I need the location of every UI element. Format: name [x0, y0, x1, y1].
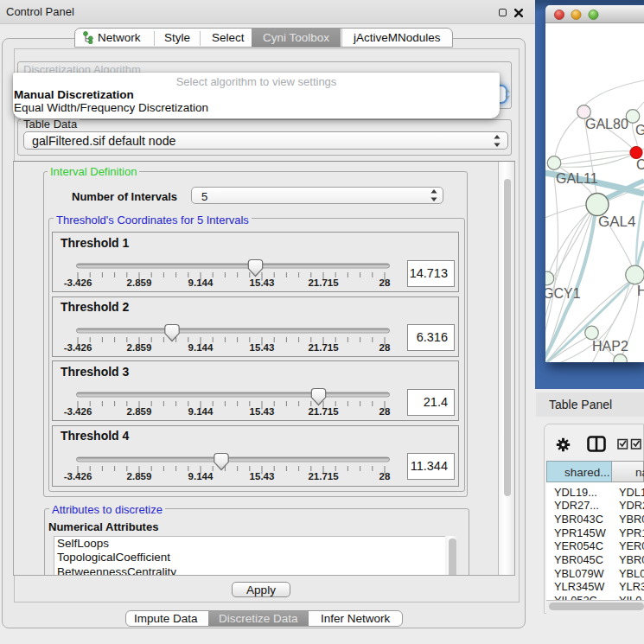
- svg-text:9.144: 9.144: [188, 406, 214, 417]
- svg-text:GCY1: GCY1: [545, 286, 581, 301]
- svg-text:GAL4: GAL4: [598, 214, 635, 230]
- svg-text:9.144: 9.144: [188, 277, 214, 288]
- svg-text:15.43: 15.43: [250, 406, 275, 417]
- svg-text:15.43: 15.43: [250, 341, 275, 352]
- svg-text:9.144: 9.144: [188, 341, 214, 352]
- svg-text:HIS5: HIS5: [637, 284, 644, 298]
- svg-text:28: 28: [379, 470, 391, 481]
- svg-text:-3.426: -3.426: [64, 406, 92, 417]
- svg-text:2.859: 2.859: [127, 406, 152, 417]
- svg-text:GAL11: GAL11: [556, 171, 598, 186]
- svg-text:15.43: 15.43: [250, 277, 275, 288]
- svg-text:9.144: 9.144: [188, 470, 214, 481]
- svg-text:GAL7: GAL7: [635, 123, 644, 137]
- svg-text:28: 28: [379, 341, 391, 352]
- svg-text:2.859: 2.859: [127, 277, 152, 288]
- svg-text:15.43: 15.43: [250, 470, 275, 481]
- svg-text:28: 28: [379, 406, 391, 417]
- svg-text:28: 28: [379, 277, 391, 288]
- svg-text:-3.426: -3.426: [64, 341, 92, 352]
- svg-text:21.715: 21.715: [308, 406, 339, 417]
- svg-text:-3.426: -3.426: [64, 277, 92, 288]
- svg-text:2.859: 2.859: [127, 470, 152, 481]
- svg-text:GAL80: GAL80: [585, 117, 628, 131]
- svg-text:21.715: 21.715: [308, 470, 339, 481]
- svg-text:2.859: 2.859: [127, 341, 152, 352]
- svg-text:HAP2: HAP2: [592, 339, 628, 354]
- svg-text:21.715: 21.715: [308, 341, 339, 352]
- svg-text:21.715: 21.715: [308, 277, 339, 288]
- svg-text:-3.426: -3.426: [64, 470, 92, 481]
- svg-text:CYC8: CYC8: [636, 157, 644, 172]
